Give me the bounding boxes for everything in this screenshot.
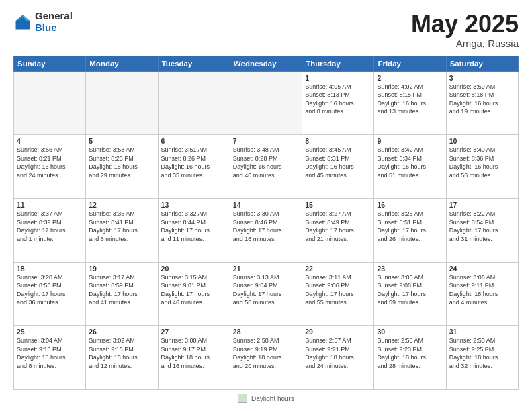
calendar-cell: 24Sunrise: 3:06 AM Sunset: 9:11 PM Dayli… [446,262,518,326]
day-number: 10 [449,137,515,145]
calendar-cell: 8Sunrise: 3:45 AM Sunset: 8:31 PM Daylig… [302,135,374,199]
day-number: 26 [89,328,154,336]
daylight-legend-box [238,394,247,403]
day-info: Sunrise: 3:35 AM Sunset: 8:41 PM Dayligh… [89,210,138,242]
day-info: Sunrise: 3:51 AM Sunset: 8:26 PM Dayligh… [161,146,210,179]
calendar-cell: 29Sunrise: 2:57 AM Sunset: 9:21 PM Dayli… [302,326,374,390]
logo-general-text: General [35,11,73,22]
day-info: Sunrise: 4:05 AM Sunset: 8:13 PM Dayligh… [305,83,354,116]
col-monday: Monday [86,56,158,71]
col-saturday: Saturday [446,56,518,71]
day-info: Sunrise: 2:58 AM Sunset: 9:19 PM Dayligh… [233,337,282,369]
day-info: Sunrise: 3:11 AM Sunset: 9:06 PM Dayligh… [305,274,354,306]
day-info: Sunrise: 3:02 AM Sunset: 9:15 PM Dayligh… [89,337,138,369]
col-sunday: Sunday [14,56,86,71]
calendar-cell: 1Sunrise: 4:05 AM Sunset: 8:13 PM Daylig… [302,71,374,135]
calendar-cell: 15Sunrise: 3:27 AM Sunset: 8:49 PM Dayli… [302,198,374,262]
logo-blue-text: Blue [35,22,73,34]
title-location: Amga, Russia [411,38,519,49]
day-info: Sunrise: 3:13 AM Sunset: 9:04 PM Dayligh… [233,274,282,306]
day-info: Sunrise: 3:32 AM Sunset: 8:44 PM Dayligh… [161,210,210,242]
day-info: Sunrise: 3:17 AM Sunset: 8:59 PM Dayligh… [89,274,138,306]
day-info: Sunrise: 3:22 AM Sunset: 8:54 PM Dayligh… [449,210,498,242]
calendar-cell: 3Sunrise: 3:59 AM Sunset: 8:18 PM Daylig… [446,71,518,135]
calendar-cell: 17Sunrise: 3:22 AM Sunset: 8:54 PM Dayli… [446,198,518,262]
day-number: 7 [233,137,299,145]
calendar-cell: 18Sunrise: 3:20 AM Sunset: 8:56 PM Dayli… [14,262,86,326]
calendar-cell: 23Sunrise: 3:08 AM Sunset: 9:08 PM Dayli… [374,262,446,326]
day-number: 27 [161,328,227,336]
day-info: Sunrise: 3:06 AM Sunset: 9:11 PM Dayligh… [449,274,498,306]
calendar-cell: 22Sunrise: 3:11 AM Sunset: 9:06 PM Dayli… [302,262,374,326]
day-number: 20 [161,265,227,273]
calendar-week-3: 11Sunrise: 3:37 AM Sunset: 8:39 PM Dayli… [14,198,519,262]
col-wednesday: Wednesday [230,56,302,71]
calendar-cell: 9Sunrise: 3:42 AM Sunset: 8:34 PM Daylig… [374,135,446,199]
day-number: 30 [377,328,443,336]
calendar-cell: 13Sunrise: 3:32 AM Sunset: 8:44 PM Dayli… [158,198,230,262]
col-friday: Friday [374,56,446,71]
day-info: Sunrise: 3:08 AM Sunset: 9:08 PM Dayligh… [377,274,426,306]
col-tuesday: Tuesday [158,56,230,71]
calendar-cell: 16Sunrise: 3:25 AM Sunset: 8:51 PM Dayli… [374,198,446,262]
day-info: Sunrise: 3:00 AM Sunset: 9:17 PM Dayligh… [161,337,210,369]
day-number: 24 [449,265,515,273]
calendar-cell: 11Sunrise: 3:37 AM Sunset: 8:39 PM Dayli… [14,198,86,262]
calendar-cell: 20Sunrise: 3:15 AM Sunset: 9:01 PM Dayli… [158,262,230,326]
day-info: Sunrise: 2:57 AM Sunset: 9:21 PM Dayligh… [305,337,354,369]
day-number: 23 [377,265,443,273]
day-info: Sunrise: 3:37 AM Sunset: 8:39 PM Dayligh… [17,210,66,242]
day-info: Sunrise: 2:55 AM Sunset: 9:23 PM Dayligh… [377,337,426,369]
day-info: Sunrise: 3:56 AM Sunset: 8:21 PM Dayligh… [17,146,66,179]
calendar-cell [158,71,230,135]
calendar-body: 1Sunrise: 4:05 AM Sunset: 8:13 PM Daylig… [14,71,519,389]
calendar-cell: 2Sunrise: 4:02 AM Sunset: 8:15 PM Daylig… [374,71,446,135]
calendar-week-2: 4Sunrise: 3:56 AM Sunset: 8:21 PM Daylig… [14,135,519,199]
day-number: 6 [161,137,227,145]
day-number: 12 [89,201,154,209]
calendar-cell: 12Sunrise: 3:35 AM Sunset: 8:41 PM Dayli… [86,198,158,262]
day-number: 22 [305,265,371,273]
calendar-cell [230,71,302,135]
calendar-cell: 25Sunrise: 3:04 AM Sunset: 9:13 PM Dayli… [14,326,86,390]
day-number: 14 [233,201,299,209]
day-number: 18 [17,265,83,273]
day-info: Sunrise: 3:30 AM Sunset: 8:46 PM Dayligh… [233,210,282,242]
calendar-cell: 10Sunrise: 3:40 AM Sunset: 8:36 PM Dayli… [446,135,518,199]
title-block: May 2025 Amga, Russia [411,11,519,49]
calendar-header-row: Sunday Monday Tuesday Wednesday Thursday… [14,56,519,71]
calendar-cell [86,71,158,135]
day-number: 8 [305,137,371,145]
header: General Blue May 2025 Amga, Russia [13,11,519,49]
day-number: 25 [17,328,83,336]
calendar-cell: 27Sunrise: 3:00 AM Sunset: 9:17 PM Dayli… [158,326,230,390]
day-number: 17 [449,201,515,209]
day-info: Sunrise: 3:25 AM Sunset: 8:51 PM Dayligh… [377,210,426,242]
day-number: 21 [233,265,299,273]
day-number: 1 [305,74,371,82]
calendar-week-5: 25Sunrise: 3:04 AM Sunset: 9:13 PM Dayli… [14,326,519,390]
day-info: Sunrise: 3:59 AM Sunset: 8:18 PM Dayligh… [449,83,498,116]
calendar-cell: 5Sunrise: 3:53 AM Sunset: 8:23 PM Daylig… [86,135,158,199]
col-thursday: Thursday [302,56,374,71]
calendar-cell: 30Sunrise: 2:55 AM Sunset: 9:23 PM Dayli… [374,326,446,390]
day-info: Sunrise: 3:15 AM Sunset: 9:01 PM Dayligh… [161,274,210,306]
calendar-cell: 21Sunrise: 3:13 AM Sunset: 9:04 PM Dayli… [230,262,302,326]
day-info: Sunrise: 3:40 AM Sunset: 8:36 PM Dayligh… [449,146,498,179]
calendar-cell: 6Sunrise: 3:51 AM Sunset: 8:26 PM Daylig… [158,135,230,199]
page: General Blue May 2025 Amga, Russia Sunda… [0,0,532,411]
day-number: 19 [89,265,154,273]
calendar-cell: 7Sunrise: 3:48 AM Sunset: 8:28 PM Daylig… [230,135,302,199]
calendar-week-1: 1Sunrise: 4:05 AM Sunset: 8:13 PM Daylig… [14,71,519,135]
day-number: 28 [233,328,299,336]
footer: Daylight hours [13,394,519,403]
logo: General Blue [13,11,73,33]
calendar-cell [14,71,86,135]
day-info: Sunrise: 3:42 AM Sunset: 8:34 PM Dayligh… [377,146,426,179]
day-number: 29 [305,328,371,336]
logo-text: General Blue [35,11,73,33]
day-info: Sunrise: 4:02 AM Sunset: 8:15 PM Dayligh… [377,83,426,116]
day-number: 3 [449,74,515,82]
logo-icon [13,13,32,32]
day-info: Sunrise: 3:20 AM Sunset: 8:56 PM Dayligh… [17,274,66,306]
